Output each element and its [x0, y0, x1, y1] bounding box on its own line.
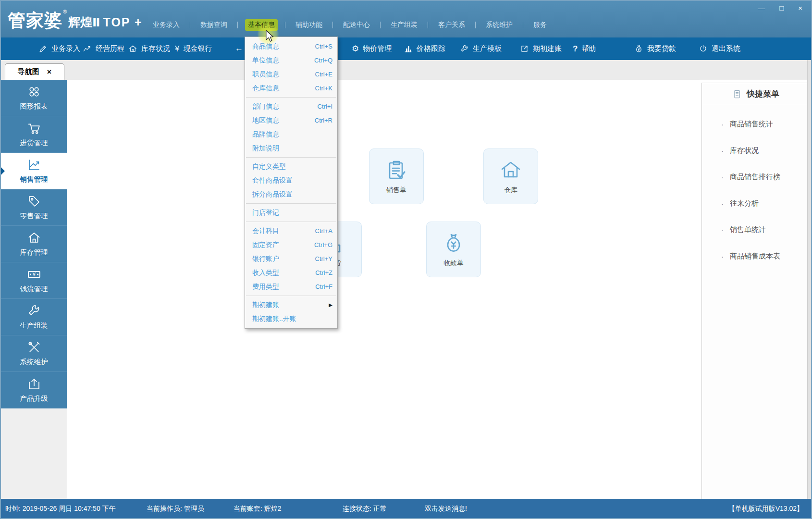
toolbar-price-management[interactable]: ⚙ 物价管理 [352, 37, 392, 60]
tile-receipt[interactable]: 收款单 [426, 222, 481, 277]
tile-sales-order[interactable]: 销售单 [369, 148, 424, 204]
scrollbar[interactable] [807, 60, 811, 499]
sidebar-item-inventory-management[interactable]: 库存管理 [1, 226, 67, 262]
sidebar-item-cashflow-management[interactable]: ¥ 钱流管理 [1, 262, 67, 299]
dropdown-item-bank-account[interactable]: 银行账户 Ctrl+Y [245, 252, 337, 266]
dropdown-item-additional-notes[interactable]: 附加说明 [245, 141, 337, 155]
dropdown-item-label: 期初建账..开账 [252, 315, 296, 323]
quick-item-sales-ranking[interactable]: · 商品销售排行榜 [702, 173, 810, 182]
menu-business-entry[interactable]: 业务录入 [150, 19, 183, 31]
gear-icon: ⚙ [352, 45, 359, 53]
dropdown-item-shortcut: Ctrl+Z [315, 269, 332, 276]
close-button[interactable]: × [798, 4, 802, 12]
menu-separator [237, 22, 238, 28]
tile-label: 仓库 [504, 186, 517, 195]
menu-separator [475, 22, 476, 28]
status-clock: 时钟: 2019-05-26 周日 10:47:50 下午 [5, 505, 116, 513]
quick-item-product-sales-stats[interactable]: · 商品销售统计 [702, 120, 810, 129]
clipboard-check-icon [385, 159, 408, 182]
dropdown-item-label: 商品信息 [252, 42, 279, 51]
toolbar-inventory-status[interactable]: 库存状况 [128, 37, 170, 60]
dropdown-item-employee-info[interactable]: 职员信息 Ctrl+E [245, 67, 337, 81]
status-message[interactable]: 双击发送消息! [425, 505, 467, 513]
bullet-icon: · [721, 147, 724, 155]
dropdown-item-shortcut: Ctrl+Q [314, 57, 332, 64]
quick-item-contacts-analysis[interactable]: · 往来分析 [702, 199, 810, 208]
toolbar-business-entry[interactable]: 业务录入 [38, 37, 80, 60]
menu-auxiliary-functions[interactable]: 辅助功能 [293, 19, 325, 31]
sidebar-item-product-upgrade[interactable]: 产品升级 [1, 372, 67, 408]
toolbar-initial-setup[interactable]: 期初建账 [520, 37, 562, 60]
left-arrow-icon: ← [235, 44, 243, 53]
sidebar-item-production-assembly[interactable]: 生产组装 [1, 299, 67, 335]
yen-icon: ¥ [175, 45, 179, 53]
quick-item-sales-cost-table[interactable]: · 商品销售成本表 [702, 252, 810, 261]
toolbar-loan[interactable]: 我要贷款 [634, 37, 676, 60]
tile-warehouse[interactable]: 仓库 [483, 148, 538, 204]
dropdown-item-label: 银行账户 [252, 255, 279, 263]
dropdown-divider [246, 157, 336, 158]
toolbar-cash-bank[interactable]: ¥ 现金银行 [175, 37, 212, 60]
dropdown-item-product-info[interactable]: 商品信息 Ctrl+S [245, 39, 337, 53]
pen-icon [38, 44, 48, 53]
menu-system-maintenance[interactable]: 系统维护 [483, 19, 516, 31]
quick-item-inventory-status[interactable]: · 库存状况 [702, 146, 810, 155]
maximize-button[interactable]: □ [779, 4, 784, 12]
sidebar-item-graphic-reports[interactable]: 图形报表 [1, 80, 67, 116]
sidebar-item-label: 进货管理 [20, 138, 48, 148]
menu-customer-relations[interactable]: 客户关系 [435, 19, 468, 31]
dropdown-item-unit-info[interactable]: 单位信息 Ctrl+Q [245, 53, 337, 67]
dropdown-item-label: 会计科目 [252, 227, 279, 235]
menu-distribution-center[interactable]: 配送中心 [340, 19, 373, 31]
dropdown-item-shortcut: Ctrl+Y [315, 255, 332, 262]
bullet-icon: · [721, 120, 724, 128]
dropdown-item-shortcut: Ctrl+S [315, 43, 332, 50]
sidebar-item-label: 钱流管理 [20, 284, 48, 294]
dropdown-item-custom-type[interactable]: 自定义类型 [245, 160, 337, 173]
menu-basic-info[interactable]: 基本信息 [245, 19, 278, 31]
toolbar-exit-system[interactable]: 退出系统 [699, 37, 740, 60]
dropdown-item-label: 仓库信息 [252, 84, 279, 93]
dropdown-item-department-info[interactable]: 部门信息 Ctrl+I [245, 99, 337, 113]
dropdown-item-split-product-setup[interactable]: 拆分商品设置 [245, 187, 337, 201]
dropdown-item-initial-setup[interactable]: 期初建账 ▶ [245, 298, 337, 312]
toolbar-production-template[interactable]: 生产模板 [460, 37, 502, 60]
dropdown-item-warehouse-info[interactable]: 仓库信息 Ctrl+K [245, 81, 337, 95]
menu-service[interactable]: 服务 [530, 19, 550, 31]
menu-production-assembly[interactable]: 生产组装 [388, 19, 420, 31]
sidebar-item-label: 系统维护 [20, 358, 48, 367]
dropdown-item-brand-info[interactable]: 品牌信息 [245, 127, 337, 141]
main-content [67, 80, 700, 499]
tab-close-icon[interactable]: × [47, 68, 51, 76]
dropdown-item-region-info[interactable]: 地区信息 Ctrl+R [245, 113, 337, 127]
dropdown-item-initial-setup-opening[interactable]: 期初建账..开账 [245, 312, 337, 326]
quick-item-label: 商品销售统计 [730, 120, 773, 129]
sidebar-item-purchase-management[interactable]: 进货管理 [1, 116, 67, 153]
dropdown-item-accounting-subjects[interactable]: 会计科目 Ctrl+A [245, 224, 337, 238]
status-version: 【单机版试用版V13.02】 [728, 505, 803, 513]
dropdown-divider [246, 222, 336, 222]
toolbar-label: 期初建账 [533, 44, 562, 53]
toolbar-label: 库存状况 [141, 44, 170, 53]
dropdown-item-fixed-assets[interactable]: 固定资产 Ctrl+G [245, 238, 337, 252]
menu-data-query[interactable]: 数据查询 [197, 19, 230, 31]
dropdown-item-store-registration[interactable]: 门店登记 [245, 206, 337, 220]
sidebar-item-system-maintenance[interactable]: 系统维护 [1, 335, 67, 372]
dropdown-item-label: 职员信息 [252, 70, 279, 79]
quick-item-sales-order-stats[interactable]: · 销售单统计 [702, 225, 810, 235]
minimize-button[interactable]: — [758, 4, 765, 12]
dropdown-item-expense-type[interactable]: 费用类型 Ctrl+F [245, 280, 337, 294]
toolbar-help[interactable]: ? 帮助 [573, 37, 596, 60]
dropdown-item-kit-product-setup[interactable]: 套件商品设置 [245, 173, 337, 187]
bar-chart-icon [404, 44, 413, 53]
toolbar-business-history[interactable]: 经营历程 [83, 37, 124, 60]
tab-navigation-map[interactable]: 导航图 × [5, 63, 64, 80]
dropdown-item-label: 期初建账 [252, 301, 279, 309]
sidebar-item-sales-management[interactable]: 销售管理 [1, 153, 67, 189]
toolbar-price-tracking[interactable]: 价格跟踪 [404, 37, 445, 60]
sidebar-item-retail-management[interactable]: 零售管理 [1, 189, 67, 226]
status-account: 当前账套: 辉煌2 [234, 505, 282, 513]
dropdown-item-income-type[interactable]: 收入类型 Ctrl+Z [245, 266, 337, 280]
status-bar: 时钟: 2019-05-26 周日 10:47:50 下午 当前操作员: 管理员… [1, 499, 811, 518]
app-window: 管家婆 ® 辉煌Ⅱ TOP + 业务录入 数据查询 基本信息 辅助功能 配送中心… [0, 0, 812, 519]
